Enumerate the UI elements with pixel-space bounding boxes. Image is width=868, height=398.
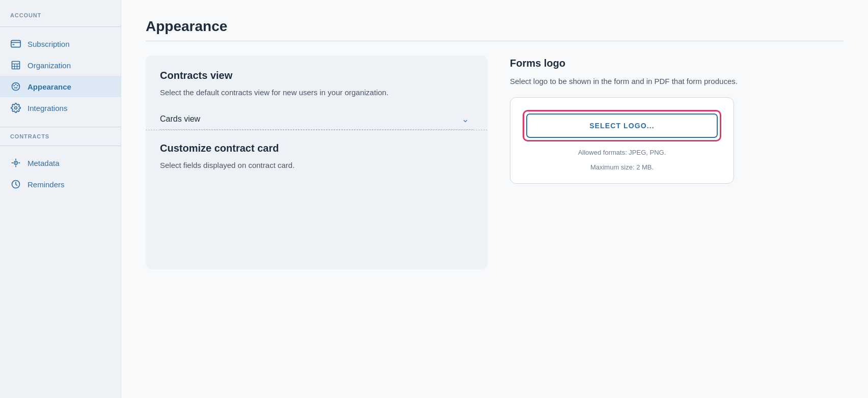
sidebar-item-metadata-label: Metadata [28,159,60,167]
svg-point-16 [15,162,17,164]
account-divider [0,26,121,27]
sidebar-item-integrations-label: Integrations [28,104,67,112]
building-icon [10,60,21,71]
svg-rect-3 [12,62,20,69]
svg-point-10 [15,84,17,86]
forms-logo-description: Select logo to be shown in the form and … [510,75,844,87]
select-logo-btn-wrapper: SELECT LOGO... [523,110,721,141]
customize-card-description: Select fields displayed on contract card… [160,159,473,171]
svg-point-12 [16,87,17,89]
customize-card-title: Customize contract card [160,143,473,154]
gear-icon [10,102,21,113]
svg-rect-0 [11,40,20,47]
sidebar-item-appearance-label: Appearance [28,82,71,91]
sidebar-item-organization[interactable]: Organization [0,54,121,76]
sidebar-item-appearance[interactable]: Appearance [0,76,121,97]
right-panel: Forms logo Select logo to be shown in th… [502,55,844,269]
content-grid: Contracts view Select the default contra… [146,55,844,269]
main-content: Appearance Contracts view Select the def… [121,0,868,398]
page-title: Appearance [146,18,844,35]
select-logo-button[interactable]: SELECT LOGO... [526,113,718,138]
contracts-divider [0,127,121,127]
sidebar-item-reminders[interactable]: Reminders [0,174,121,195]
sidebar-item-integrations[interactable]: Integrations [0,97,121,119]
page-divider [146,41,844,41]
sidebar-item-reminders-label: Reminders [28,180,65,189]
logo-upload-card: SELECT LOGO... Allowed formats: JPEG, PN… [510,97,734,184]
svg-point-9 [13,85,15,87]
logo-max-size: Maximum size: 2 MB. [590,163,654,171]
metadata-icon [10,157,21,168]
logo-allowed-formats: Allowed formats: JPEG, PNG. [578,149,666,156]
sidebar: ACCOUNT Subscription Organization [0,0,121,398]
sidebar-item-subscription[interactable]: Subscription [0,33,121,54]
contracts-view-dropdown-wrapper: Cards view List view Table view ⌄ [160,108,473,130]
svg-rect-2 [12,44,14,45]
contracts-view-dropdown[interactable]: Cards view List view Table view [160,108,473,130]
contracts-section-label: CONTRACTS [0,133,121,144]
clock-icon [10,179,21,190]
svg-point-13 [14,87,15,89]
contracts-view-title: Contracts view [160,70,473,81]
credit-card-icon [10,38,21,49]
account-section-label: ACCOUNT [0,12,121,22]
palette-icon [10,81,21,92]
contracts-divider2 [0,146,121,146]
left-card: Contracts view Select the default contra… [146,55,487,269]
forms-logo-title: Forms logo [510,58,844,69]
sidebar-item-organization-label: Organization [28,61,71,70]
svg-line-23 [16,184,17,186]
contracts-view-description: Select the default contracts view for ne… [160,87,473,98]
customize-section: Customize contract card Select fields di… [160,130,473,171]
sidebar-item-metadata[interactable]: Metadata [0,152,121,174]
svg-point-11 [17,85,18,87]
svg-point-14 [15,107,17,109]
sidebar-item-subscription-label: Subscription [28,40,70,48]
